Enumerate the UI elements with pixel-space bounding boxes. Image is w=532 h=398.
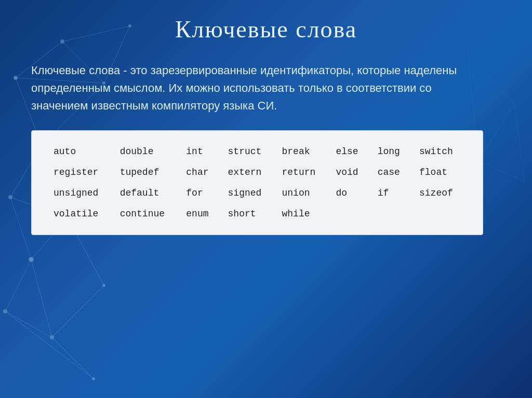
svg-line-12 [31,259,52,337]
keyword-cell: tupedef [114,162,180,183]
keyword-cell: long [371,141,413,162]
keyword-cell: case [371,162,413,183]
svg-point-32 [30,258,33,261]
keyword-cell: char [180,162,221,183]
keyword-cell: float [413,162,467,183]
svg-line-18 [52,285,104,337]
svg-line-11 [5,311,52,337]
keyword-cell [413,203,467,224]
keyword-row: autodoubleintstructbreakelselongswitch [47,141,467,162]
keywords-box: autodoubleintstructbreakelselongswitchre… [31,130,483,235]
keyword-cell: auto [47,141,114,162]
keyword-cell: void [329,162,371,183]
svg-point-27 [50,335,54,339]
page-title: Ключевые слова [31,16,501,43]
keyword-cell: struct [222,141,276,162]
keyword-cell: int [180,141,221,162]
keyword-cell: do [329,183,371,203]
keyword-cell: signed [222,183,276,203]
keyword-row: registertupedefcharexternreturnvoidcasef… [47,162,467,183]
keyword-cell: default [114,183,180,203]
keyword-cell: for [180,183,221,203]
keyword-row: volatilecontinueenumshortwhile [47,203,467,224]
keyword-cell: extern [222,162,276,183]
svg-line-10 [5,259,31,311]
keyword-cell [329,203,371,224]
keyword-cell: else [329,141,371,162]
svg-point-26 [3,309,7,313]
keyword-cell: sizeof [413,183,467,203]
keyword-cell: short [222,203,276,224]
svg-point-28 [92,377,95,380]
keyword-row: unsigneddefaultforsigneduniondoifsizeof [47,183,467,203]
keyword-cell: register [47,162,114,183]
keyword-cell: continue [114,203,180,224]
keyword-cell: enum [180,203,221,224]
keyword-cell: unsigned [47,183,114,203]
svg-point-30 [102,284,105,287]
keyword-cell: switch [413,141,467,162]
keyword-cell: break [276,141,330,162]
keyword-cell [371,203,413,224]
keyword-cell: if [371,183,413,203]
keyword-cell: while [276,203,330,224]
description-text: Ключевые слова - это зарезервированные и… [31,62,457,115]
main-content: Ключевые слова Ключевые слова - это заре… [0,0,532,251]
svg-line-13 [52,337,94,379]
keywords-table: autodoubleintstructbreakelselongswitchre… [47,141,467,224]
keyword-cell: volatile [47,203,114,224]
svg-line-14 [5,311,94,379]
keyword-cell: double [114,141,180,162]
keyword-cell: union [276,183,330,203]
keyword-cell: return [276,162,330,183]
